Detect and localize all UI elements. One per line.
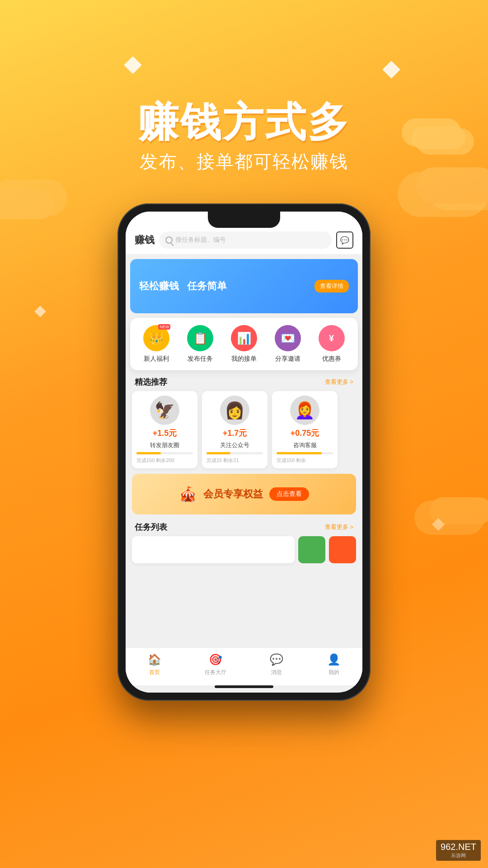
task-progress-fill-0 (136, 452, 161, 454)
task-avatar-2: 👩‍🦰 (290, 396, 319, 425)
promo-banner[interactable]: 轻松赚钱 任务简单 查看详情 (130, 259, 358, 313)
phone-inner: 赚钱 搜任务标题、编号 💬 轻松赚钱 任务简 (126, 212, 362, 693)
task-name-0: 转发朋友圈 (136, 441, 193, 449)
task-progress-bar-2 (277, 452, 333, 454)
bottom-nav: 🏠 首页 🎯 任务大厅 💬 消息 👤 我的 (126, 647, 362, 685)
nav-mine[interactable]: 👤 我的 (327, 652, 341, 676)
task-card-2[interactable]: 👩‍🦰 +0.75元 咨询客服 完成150 剩余 (272, 391, 338, 468)
home-nav-icon: 🏠 (147, 652, 162, 667)
task-hall-nav-icon: 🎯 (208, 652, 223, 667)
task-avatar-0: 🦅 (150, 396, 179, 425)
watermark: 962.NET 乐游网 (436, 840, 481, 861)
task-hall-nav-label: 任务大厅 (205, 669, 226, 676)
share-icon: 💌 (275, 325, 301, 351)
phone-outer: 赚钱 搜任务标题、编号 💬 轻松赚钱 任务简 (117, 203, 371, 701)
mine-nav-label: 我的 (328, 669, 339, 676)
task-list-more[interactable]: 查看更多 > (325, 523, 353, 531)
coupon-label: 优惠券 (322, 355, 341, 363)
orders-label: 我的接单 (231, 355, 257, 363)
cloud-2 (0, 190, 54, 219)
featured-section-header: 精选推荐 查看更多 > (126, 370, 362, 391)
task-list-preview (132, 536, 356, 563)
task-list-header: 任务列表 查看更多 > (126, 520, 362, 536)
task-avatar-1: 👩 (220, 396, 249, 425)
featured-title: 精选推荐 (135, 377, 167, 387)
publish-label: 发布任务 (188, 355, 213, 363)
featured-more-link[interactable]: 查看更多 > (325, 378, 353, 386)
menu-item-coupon[interactable]: ¥ 优惠券 (314, 325, 350, 363)
task-price-1: +1.7元 (206, 428, 263, 439)
cloud-3 (429, 497, 488, 524)
task-price-2: +0.75元 (277, 428, 333, 439)
task-card-1[interactable]: 👩 +1.7元 关注公众号 完成15 剩余21 (202, 391, 267, 468)
new-user-icon: 👑 NEW (143, 325, 169, 351)
task-name-1: 关注公众号 (206, 441, 263, 449)
hero-subtitle: 发布、接单都可轻松赚钱 (0, 149, 488, 174)
search-placeholder: 搜任务标题、编号 (175, 236, 226, 244)
diamond-decoration-3 (34, 306, 46, 317)
member-banner-button[interactable]: 点击查看 (269, 487, 309, 501)
task-progress-bar-0 (136, 452, 193, 454)
task-list-item-3[interactable] (329, 536, 356, 563)
search-icon (165, 236, 173, 244)
watermark-main: 962.NET (441, 842, 476, 852)
publish-icon: 📋 (187, 325, 213, 351)
new-user-label: 新人福利 (144, 355, 169, 363)
share-label: 分享邀请 (275, 355, 300, 363)
diamond-decoration-1 (124, 56, 142, 74)
coupon-icon: ¥ (319, 325, 345, 351)
phone-notch (208, 212, 280, 228)
menu-item-share[interactable]: 💌 分享邀请 (270, 325, 306, 363)
message-nav-icon: 💬 (269, 652, 284, 667)
nav-message[interactable]: 💬 消息 (269, 652, 284, 676)
app-screen: 赚钱 搜任务标题、编号 💬 轻松赚钱 任务简 (126, 212, 362, 693)
task-cards-list: 🦅 +1.5元 转发朋友圈 完成150 剩余200 👩 +1.7元 关注公众号 (126, 391, 362, 468)
nav-home[interactable]: 🏠 首页 (147, 652, 162, 676)
member-banner[interactable]: 🎪 会员专享权益 点击查看 (132, 474, 356, 514)
task-name-2: 咨询客服 (277, 441, 333, 449)
task-list-item-2[interactable] (298, 536, 325, 563)
task-stats-1: 完成15 剩余21 (206, 457, 263, 464)
home-indicator (215, 685, 273, 688)
quick-menu: 👑 NEW 新人福利 📋 发布任务 📊 我的接单 💌 (130, 318, 358, 370)
task-list-title: 任务列表 (135, 522, 167, 533)
menu-item-new-user[interactable]: 👑 NEW 新人福利 (138, 325, 174, 363)
task-card-0[interactable]: 🦅 +1.5元 转发朋友圈 完成150 剩余200 (132, 391, 197, 468)
hero-title: 赚钱方式多 (0, 95, 488, 150)
banner-text-group: 轻松赚钱 任务简单 (139, 279, 227, 293)
app-bar-title: 赚钱 (135, 233, 155, 247)
member-banner-icon: 🎪 (179, 486, 197, 503)
orders-icon: 📊 (231, 325, 257, 351)
menu-item-publish[interactable]: 📋 发布任务 (182, 325, 218, 363)
task-stats-0: 完成150 剩余200 (136, 457, 193, 464)
task-progress-fill-1 (206, 452, 230, 454)
phone-mockup: 赚钱 搜任务标题、编号 💬 轻松赚钱 任务简 (117, 203, 371, 701)
task-progress-fill-2 (277, 452, 322, 454)
task-list-item-1[interactable] (132, 536, 295, 563)
watermark-sub: 乐游网 (441, 852, 476, 859)
mine-nav-icon: 👤 (327, 652, 341, 667)
nav-task-hall[interactable]: 🎯 任务大厅 (205, 652, 226, 676)
task-price-0: +1.5元 (136, 428, 193, 439)
menu-item-orders[interactable]: 📊 我的接单 (226, 325, 262, 363)
home-nav-label: 首页 (149, 669, 160, 676)
message-nav-label: 消息 (271, 669, 282, 676)
message-icon-button[interactable]: 💬 (336, 231, 353, 249)
search-bar[interactable]: 搜任务标题、编号 (159, 231, 332, 249)
task-progress-bar-1 (206, 452, 263, 454)
task-stats-2: 完成150 剩余 (277, 457, 333, 464)
member-banner-text: 会员专享权益 (203, 487, 263, 501)
banner-title: 轻松赚钱 任务简单 (139, 279, 227, 293)
diamond-decoration-2 (382, 61, 400, 79)
banner-detail-button[interactable]: 查看详情 (314, 280, 349, 292)
